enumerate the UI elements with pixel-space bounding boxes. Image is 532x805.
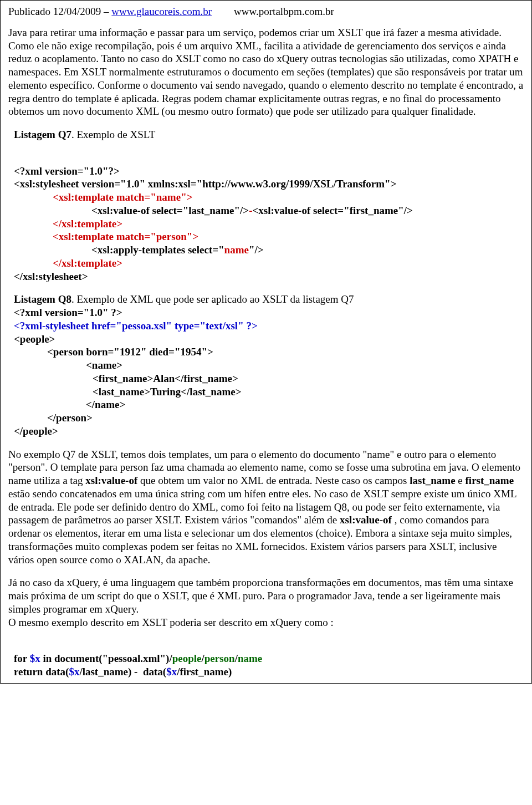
code-line: </xsl:template> [53,217,122,231]
listing-q8-block: Listagem Q8. Exemplo de XML que pode ser… [8,293,524,437]
code-line: <xsl:stylesheet version="1.0" xmlns:xsl=… [14,178,397,190]
text: O mesmo exemplo descrito em XSLT poderia… [8,617,334,628]
text-bold: last_name [410,475,455,486]
listing-q7-label: Listagem Q7 [14,129,71,140]
code-line: <last_name>Turing</last_name> [93,385,242,399]
code-line: <?xml-stylesheet href="pessoa.xsl" type=… [14,320,258,332]
code-line: </people> [14,425,58,437]
xquery-paragraph: Já no caso da xQuery, é uma linguagem qu… [8,576,524,629]
code-line: </name> [86,398,125,411]
header: Publicado 12/04/2009 – www.glaucoreis.co… [8,5,524,18]
listing-q7-desc: . Exemplo de XSLT [71,129,155,140]
code-line: <name> [86,359,122,372]
code-line: name [224,244,249,256]
text: e [456,475,466,486]
published-label: Publicado 12/04/2009 – [8,6,111,17]
code-line: </xsl:template> [53,257,122,270]
code-line: </person> [47,411,93,425]
link-glaucoreis[interactable]: www.glaucoreis.com.br [111,6,212,17]
code-line: <xsl:template match="person"> [53,230,198,243]
explanation-paragraph: No exemplo Q7 de XSLT, temos dois templa… [8,448,524,567]
code-line: "/> [249,244,264,256]
code-line: <xsl:value-of select="first_name"/> [253,205,413,216]
code-line: </xsl:stylesheet> [14,271,88,282]
code-line: <xsl:value-of select="last_name"/> [91,205,249,216]
text-bold: xsl:value-of [85,475,137,486]
code-line: <person born="1912" died="1954"> [47,345,213,359]
text: Já no caso da xQuery, é uma linguagem qu… [8,577,513,615]
text: que obtem um valor no XML de entrada. Ne… [137,475,410,486]
code-line: <people> [14,333,55,345]
code-line: return data($x/last_name) - data($x/firs… [14,666,232,677]
listing-q7-title: Listagem Q7. Exemplo de XSLT [14,128,524,141]
link-portalbpm: www.portalbpm.com.br [234,6,334,17]
code-line: <xsl:template match="name"> [53,191,193,204]
text-bold: xsl:value-of [340,514,392,526]
xquery-code-block: for $x in document("pessoal.xml")/people… [14,639,524,678]
code-line: <xsl:apply-templates select=" [91,244,224,256]
code-line: <?xml version="1.0"?> [14,165,120,177]
code-line: <?xml version="1.0" ?> [14,307,122,318]
xslt-code-block: <?xml version="1.0"?> <xsl:stylesheet ve… [14,151,524,283]
text-bold: first_name [466,475,514,486]
code-line: for $x in document("pessoal.xml")/people… [14,653,262,664]
code-line: <first_name>Alan</first_name> [93,372,238,385]
intro-paragraph: Java para retirar uma informação e passa… [8,26,524,118]
listing-q8-label: Listagem Q8 [14,293,71,305]
listing-q8-desc: . Exemplo de XML que pode ser aplicado a… [71,293,354,305]
